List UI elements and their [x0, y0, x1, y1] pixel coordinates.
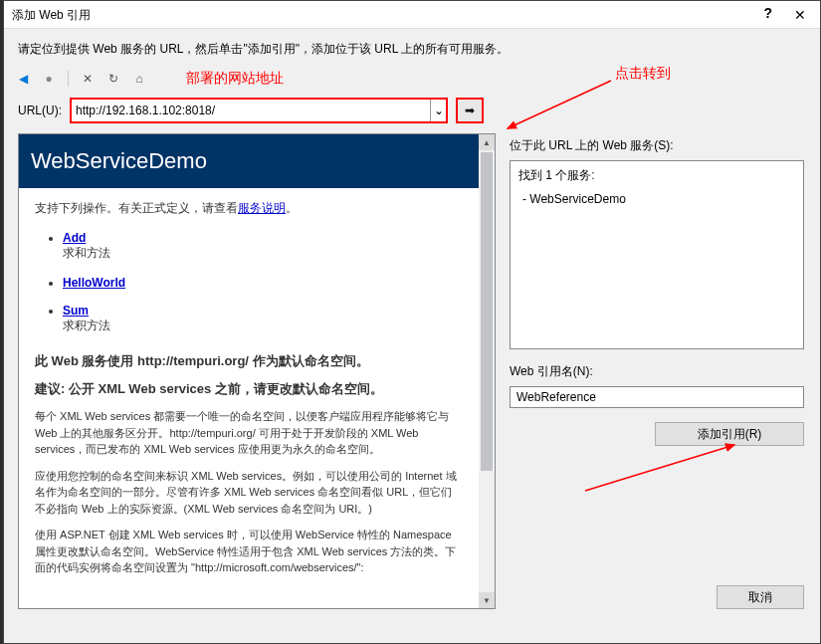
dialog-window: 添加 Web 引用 ? ✕ 请定位到提供 Web 服务的 URL，然后单击"添加…: [3, 0, 821, 644]
services-found-text: 找到 1 个服务:: [518, 167, 795, 184]
support-post: 。: [286, 201, 298, 215]
forward-stop-icon: ●: [40, 70, 58, 88]
go-button-highlight: ➡: [456, 98, 484, 123]
scrollbar[interactable]: ▲ ▼: [479, 134, 495, 608]
url-input-highlight: ⌄: [70, 98, 448, 123]
content-split: WebServiceDemo 支持下列操作。有关正式定义，请查看服务说明。 Ad…: [4, 133, 820, 619]
cancel-button[interactable]: 取消: [717, 585, 804, 609]
cancel-icon[interactable]: ✕: [79, 70, 97, 88]
support-line: 支持下列操作。有关正式定义，请查看服务说明。: [35, 200, 463, 217]
separator: [68, 71, 69, 87]
operation-link-helloworld[interactable]: HelloWorld: [63, 276, 125, 290]
list-item: Add 求和方法: [63, 231, 463, 262]
service-body: 支持下列操作。有关正式定义，请查看服务说明。 Add 求和方法 HelloWor…: [19, 188, 479, 598]
preview-pane: WebServiceDemo 支持下列操作。有关正式定义，请查看服务说明。 Ad…: [18, 133, 496, 609]
annotation-url-label: 部署的网站地址: [186, 70, 284, 88]
annotation-go-label: 点击转到: [615, 65, 671, 83]
scroll-down-icon[interactable]: ▼: [479, 592, 495, 608]
go-icon[interactable]: ➡: [465, 104, 475, 117]
namespace-para3: 使用 ASP.NET 创建 XML Web services 时，可以使用 We…: [35, 527, 463, 576]
refresh-icon[interactable]: ↻: [104, 70, 122, 88]
operation-link-add[interactable]: Add: [63, 231, 86, 245]
back-icon[interactable]: ◀: [14, 70, 32, 88]
service-heading: WebServiceDemo: [19, 134, 479, 188]
form-pane: 位于此 URL 上的 Web 服务(S): 找到 1 个服务: - WebSer…: [496, 133, 810, 609]
services-label: 位于此 URL 上的 Web 服务(S):: [510, 137, 804, 154]
namespace-para1: 每个 XML Web services 都需要一个唯一的命名空间，以便客户端应用…: [35, 408, 463, 458]
url-dropdown-icon[interactable]: ⌄: [430, 100, 446, 121]
refname-label: Web 引用名(N):: [510, 363, 804, 380]
operation-list: Add 求和方法 HelloWorld Sum 求积方法: [35, 231, 463, 334]
titlebar: 添加 Web 引用 ? ✕: [4, 1, 820, 29]
services-listbox[interactable]: 找到 1 个服务: - WebServiceDemo: [510, 160, 804, 349]
url-input[interactable]: [72, 100, 430, 121]
url-label: URL(U):: [18, 104, 62, 117]
add-reference-button[interactable]: 添加引用(R): [655, 422, 804, 446]
list-item: Sum 求积方法: [63, 304, 463, 334]
operation-desc: 求积方法: [63, 319, 110, 332]
help-button[interactable]: ?: [763, 5, 772, 21]
namespace-para2: 应使用您控制的命名空间来标识 XML Web services。例如，可以使用公…: [35, 468, 463, 518]
namespace-line2: 建议: 公开 XML Web services 之前，请更改默认命名空间。: [35, 380, 463, 398]
window-title: 添加 Web 引用: [12, 7, 91, 24]
url-row: URL(U): ⌄ ➡: [4, 92, 820, 133]
nav-toolbar: ◀ ● ✕ ↻ ⌂ 部署的网站地址: [4, 66, 820, 92]
instruction-text: 请定位到提供 Web 服务的 URL，然后单击"添加引用"，添加位于该 URL …: [4, 29, 820, 66]
service-description-link[interactable]: 服务说明: [238, 201, 286, 215]
scroll-up-icon[interactable]: ▲: [479, 134, 495, 150]
home-icon[interactable]: ⌂: [130, 70, 148, 88]
service-item[interactable]: - WebServiceDemo: [522, 192, 795, 206]
namespace-line1: 此 Web 服务使用 http://tempuri.org/ 作为默认命名空间。: [35, 352, 463, 370]
preview-content: WebServiceDemo 支持下列操作。有关正式定义，请查看服务说明。 Ad…: [19, 134, 479, 608]
scroll-thumb[interactable]: [481, 152, 493, 471]
support-pre: 支持下列操作。有关正式定义，请查看: [35, 201, 238, 215]
close-button[interactable]: ✕: [794, 7, 806, 23]
operation-desc: 求和方法: [63, 246, 110, 260]
operation-link-sum[interactable]: Sum: [63, 304, 89, 318]
refname-input[interactable]: [510, 386, 804, 408]
list-item: HelloWorld: [63, 276, 463, 290]
